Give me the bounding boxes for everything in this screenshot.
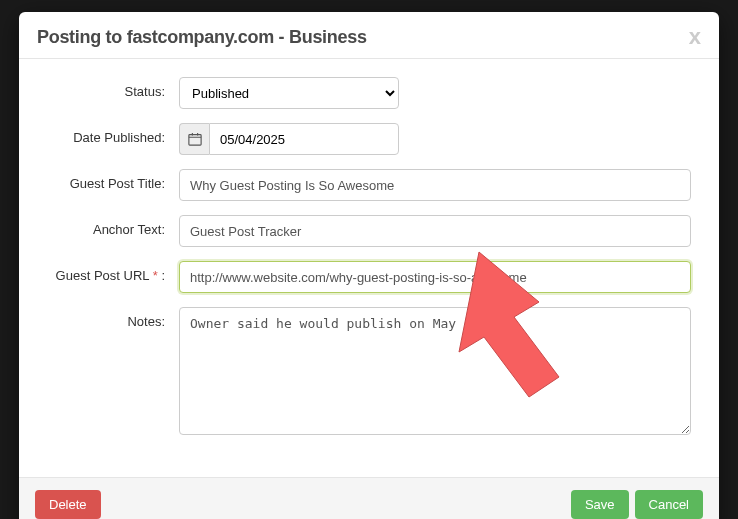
modal-body: Status: Published Date Published: Guest … [19, 59, 719, 477]
guest-post-title-input[interactable] [179, 169, 691, 201]
date-input[interactable] [209, 123, 399, 155]
row-anchor: Anchor Text: [47, 215, 691, 247]
cancel-button[interactable]: Cancel [635, 490, 703, 519]
row-notes: Notes: Owner said he would publish on Ma… [47, 307, 691, 439]
row-title: Guest Post Title: [47, 169, 691, 201]
row-status: Status: Published [47, 77, 691, 109]
status-select[interactable]: Published [179, 77, 399, 109]
label-date: Date Published: [47, 123, 179, 145]
svg-rect-0 [188, 135, 200, 146]
label-notes: Notes: [47, 307, 179, 329]
anchor-text-input[interactable] [179, 215, 691, 247]
modal-footer: Delete Save Cancel [19, 477, 719, 519]
notes-textarea[interactable]: Owner said he would publish on May 3rd. [179, 307, 691, 435]
label-url: Guest Post URL * : [47, 261, 179, 283]
delete-button[interactable]: Delete [35, 490, 101, 519]
posting-modal: Posting to fastcompany.com - Business x … [19, 12, 719, 519]
date-group [179, 123, 399, 155]
calendar-icon[interactable] [179, 123, 209, 155]
row-date: Date Published: [47, 123, 691, 155]
guest-post-url-input[interactable] [179, 261, 691, 293]
close-icon[interactable]: x [689, 26, 701, 48]
modal-title: Posting to fastcompany.com - Business [37, 27, 367, 48]
label-title: Guest Post Title: [47, 169, 179, 191]
modal-header: Posting to fastcompany.com - Business x [19, 12, 719, 59]
save-button[interactable]: Save [571, 490, 629, 519]
label-status: Status: [47, 77, 179, 99]
label-anchor: Anchor Text: [47, 215, 179, 237]
row-url: Guest Post URL * : [47, 261, 691, 293]
